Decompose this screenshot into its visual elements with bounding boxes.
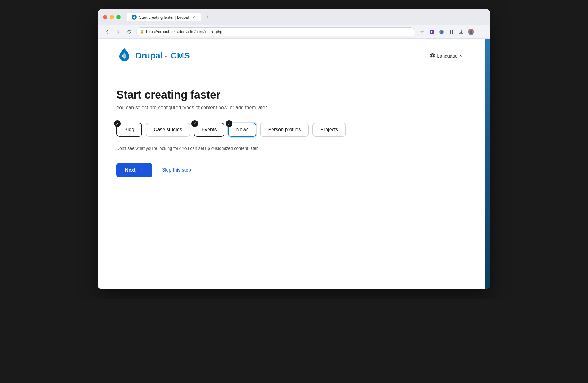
traffic-lights: [103, 15, 121, 19]
content-type-blog[interactable]: ✓ Blog: [116, 123, 142, 137]
extension-icon-2[interactable]: 👤: [437, 28, 446, 36]
news-check-badge: ✓: [226, 120, 232, 127]
next-button[interactable]: Next →: [116, 163, 152, 177]
page-subtitle: You can select pre-configured types of c…: [116, 105, 355, 110]
browser-window: Start creating faster | Drupal ✕ + 🔒 htt…: [98, 9, 490, 289]
right-sidebar: [485, 39, 490, 289]
logo-cms-text: CMS: [171, 51, 190, 61]
content-type-events[interactable]: ✓ Events: [194, 123, 225, 137]
svg-point-12: [430, 54, 435, 58]
tab-bar: Start creating faster | Drupal ✕ +: [127, 13, 485, 21]
hint-text: Don't see what you're looking for? You c…: [116, 146, 355, 151]
person-profiles-label: Person profiles: [268, 127, 301, 132]
page-title: Start creating faster: [116, 88, 355, 101]
svg-text:P: P: [431, 31, 433, 34]
tab-close-button[interactable]: ✕: [191, 15, 196, 20]
extension-icon-1[interactable]: P: [428, 28, 436, 36]
nav-actions: ☆ P 👤 👤 ⋮: [418, 28, 485, 36]
extensions-icon[interactable]: [447, 28, 456, 36]
blog-check-badge: ✓: [114, 120, 121, 127]
svg-rect-6: [452, 30, 453, 32]
logo-trademark: ™: [163, 55, 167, 59]
svg-text:👤: 👤: [469, 30, 473, 34]
tab-favicon-icon: [132, 15, 137, 20]
minimize-window-button[interactable]: [110, 15, 114, 19]
language-selector[interactable]: Language: [426, 50, 467, 61]
browser-nav: 🔒 https://drupal-cms.ddev.site/core/inst…: [98, 25, 490, 39]
content-type-case-studies[interactable]: Case studies: [146, 123, 190, 137]
new-tab-button[interactable]: +: [203, 13, 212, 21]
active-tab[interactable]: Start creating faster | Drupal ✕: [127, 13, 201, 21]
chevron-down-icon: [459, 54, 463, 58]
download-icon[interactable]: [457, 28, 466, 36]
news-label: News: [236, 127, 248, 132]
content-type-news[interactable]: ✓ News: [228, 123, 256, 137]
refresh-button[interactable]: [125, 28, 134, 36]
browser-body: Drupal™ CMS Language: [98, 39, 490, 289]
forward-button[interactable]: [114, 28, 123, 36]
browser-titlebar: Start creating faster | Drupal ✕ +: [98, 9, 490, 25]
next-arrow-icon: →: [139, 167, 144, 173]
url-text: https://drupal-cms.ddev.site/core/instal…: [146, 29, 222, 34]
content-type-projects[interactable]: Projects: [312, 123, 346, 137]
menu-icon[interactable]: ⋮: [477, 28, 485, 36]
svg-rect-7: [450, 32, 451, 34]
page-header: Drupal™ CMS Language: [98, 39, 485, 70]
language-label: Language: [437, 53, 458, 58]
tab-title: Start creating faster | Drupal: [139, 15, 189, 20]
page-main: Start creating faster You can select pre…: [98, 70, 374, 189]
content-type-person-profiles[interactable]: Person profiles: [260, 123, 309, 137]
globe-icon: [430, 53, 435, 58]
svg-rect-5: [450, 30, 451, 32]
events-label: Events: [202, 127, 217, 132]
drupal-drop-icon: [116, 48, 132, 64]
case-studies-label: Case studies: [154, 127, 182, 132]
bookmark-icon[interactable]: ☆: [418, 28, 426, 36]
lock-icon: 🔒: [140, 30, 144, 34]
svg-text:👤: 👤: [440, 30, 444, 34]
page-content: Drupal™ CMS Language: [98, 39, 485, 289]
maximize-window-button[interactable]: [116, 15, 121, 19]
drupal-logo: Drupal™ CMS: [116, 48, 190, 64]
projects-label: Projects: [320, 127, 338, 132]
action-row: Next → Skip this step: [116, 163, 355, 177]
skip-button[interactable]: Skip this step: [160, 165, 194, 175]
close-window-button[interactable]: [103, 15, 107, 19]
address-bar[interactable]: 🔒 https://drupal-cms.ddev.site/core/inst…: [136, 27, 415, 36]
skip-label: Skip this step: [162, 167, 191, 173]
logo-brand-name: Drupal: [135, 51, 163, 61]
svg-point-13: [432, 54, 434, 58]
events-check-badge: ✓: [191, 120, 198, 127]
content-types-list: ✓ Blog Case studies ✓ Events ✓: [116, 123, 355, 137]
next-label: Next: [125, 167, 136, 173]
svg-rect-8: [452, 32, 453, 34]
drupal-logo-text: Drupal™ CMS: [135, 51, 190, 61]
blog-label: Blog: [124, 127, 134, 132]
profile-avatar[interactable]: 👤: [467, 28, 475, 36]
back-button[interactable]: [103, 28, 111, 36]
